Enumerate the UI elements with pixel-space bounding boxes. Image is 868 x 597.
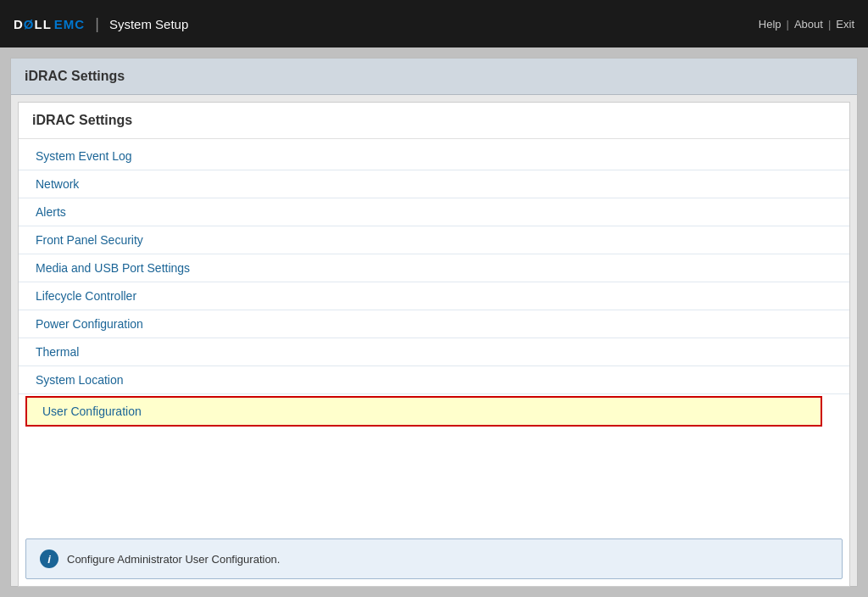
header-title: System Setup xyxy=(109,17,188,31)
dell-emc-logo: DØLLEMC xyxy=(14,17,85,31)
nav-item-system-event-log[interactable]: System Event Log xyxy=(19,142,849,170)
nav-item-front-panel-security[interactable]: Front Panel Security xyxy=(19,226,849,254)
main-wrapper: iDRAC Settings iDRAC Settings System Eve… xyxy=(10,58,858,587)
help-link[interactable]: Help xyxy=(759,18,782,31)
nav-item-lifecycle-controller[interactable]: Lifecycle Controller xyxy=(19,282,849,310)
nav-sep-1: | xyxy=(787,18,789,31)
header-logo-divider: | xyxy=(95,15,99,33)
nav-item-power-configuration[interactable]: Power Configuration xyxy=(19,310,849,338)
info-text: Configure Administrator User Configurati… xyxy=(67,553,280,566)
header-nav: Help | About | Exit xyxy=(759,18,854,31)
content-area: iDRAC Settings System Event LogNetworkAl… xyxy=(18,102,850,587)
header-left: DØLLEMC | System Setup xyxy=(14,15,188,33)
nav-list-container[interactable]: System Event LogNetworkAlertsFront Panel… xyxy=(19,139,849,532)
header: DØLLEMC | System Setup Help | About | Ex… xyxy=(0,0,868,47)
section-title: iDRAC Settings xyxy=(19,103,849,139)
nav-list: System Event LogNetworkAlertsFront Panel… xyxy=(19,139,849,432)
nav-sep-2: | xyxy=(828,18,831,31)
nav-item-alerts[interactable]: Alerts xyxy=(19,198,849,226)
nav-item-system-location[interactable]: System Location xyxy=(19,366,849,394)
nav-list-wrapper: System Event LogNetworkAlertsFront Panel… xyxy=(19,139,849,532)
about-link[interactable]: About xyxy=(794,18,823,31)
page-header: iDRAC Settings xyxy=(11,59,857,95)
nav-item-user-configuration[interactable]: User Configuration xyxy=(25,396,822,427)
nav-item-thermal[interactable]: Thermal xyxy=(19,338,849,366)
page-header-title: iDRAC Settings xyxy=(25,69,125,83)
info-box: i Configure Administrator User Configura… xyxy=(25,538,843,579)
nav-item-media-usb-port-settings[interactable]: Media and USB Port Settings xyxy=(19,254,849,282)
nav-item-network[interactable]: Network xyxy=(19,170,849,198)
exit-link[interactable]: Exit xyxy=(836,18,854,31)
info-icon: i xyxy=(40,550,58,568)
